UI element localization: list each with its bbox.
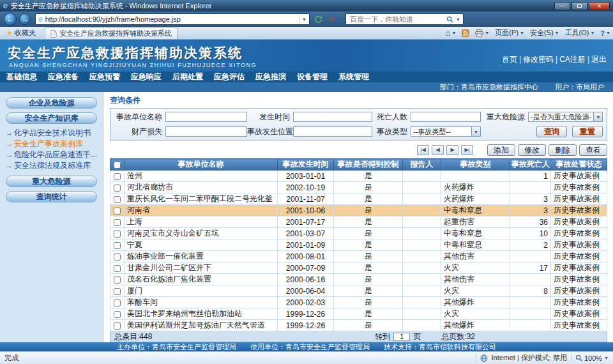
table-summary-bar: 总条目:448 转到 页 总页数:32 [110,331,607,342]
home-button[interactable]: ⌂▼ [446,29,457,37]
cell-category [441,171,510,182]
print-button[interactable]: ▼ [475,29,489,37]
location-input[interactable] [293,126,372,137]
reset-button[interactable]: 重置 [572,126,603,137]
menu-item[interactable]: 系统管理 [338,72,369,82]
header-link[interactable]: 首页 [502,54,517,65]
menu-item[interactable]: 应急评估 [214,72,245,82]
table-row[interactable]: 美国伊利诺斯州芝加哥炼油厂天然气管道 1999-12-26 是 其他爆炸 历史事… [110,320,607,331]
search-button[interactable]: 查询 [536,126,567,137]
pagination-next-button[interactable]: ▶ [446,145,458,155]
menu-item[interactable]: 设备管理 [297,72,328,82]
maximize-button[interactable] [571,2,587,10]
cell-category: 中毒和窒息 [441,239,510,251]
stop-button[interactable]: ✕ [326,13,338,25]
search-magnifier-icon[interactable] [446,16,453,23]
menu-item[interactable]: 应急预警 [89,72,120,82]
pagination-last-button[interactable]: ▶| [461,145,473,155]
minimize-button[interactable]: — [554,2,570,10]
menu-item[interactable]: 应急准备 [48,72,79,82]
header-link[interactable]: 修改密码 [517,54,554,65]
row-checkbox[interactable] [114,288,121,295]
row-checkbox[interactable] [114,219,121,226]
favorites-button[interactable]: ★ 收藏夹 [3,27,40,39]
zoom-control[interactable]: 100% ▼ [575,354,609,362]
pagination-prev-button[interactable]: ◀ [432,145,444,155]
table-row[interactable]: 茂名石化炼油厂焦化装置 2000-06-16 是 其他伤害 历史事故案例 [110,274,607,285]
edit-button[interactable]: 修改 [518,144,546,156]
close-button[interactable]: × [589,2,610,10]
address-dropdown-icon[interactable]: ▼ [299,15,306,24]
row-checkbox[interactable] [114,254,121,261]
row-checkbox[interactable] [114,265,121,272]
row-checkbox[interactable] [114,185,121,192]
accident-type-select[interactable]: --事故类型-- ▼ [411,126,481,137]
cell-unit-name: 茂名石化炼油厂焦化装置 [125,274,278,285]
table-row[interactable]: 上海 2001-07-17 是 起重伤害 36 历史事故案例 [110,216,607,228]
sidebar-button-query-stats[interactable]: 查询统计 [6,191,97,202]
row-checkbox[interactable] [114,311,121,318]
table-row[interactable]: 河北省廊坊市 2002-10-19 是 火药爆炸 历史事故案例 [110,182,607,193]
header-link[interactable]: 退出 [586,54,607,65]
search-input[interactable] [349,15,444,24]
table-row[interactable]: 河南省 2001-10-06 是 中毒和窒息 3 历史事故案例 [110,205,607,216]
refresh-button[interactable] [312,13,324,25]
table-row[interactable]: 宁夏 2001-01-09 是 中毒和窒息 2 历史事故案例 [110,239,607,251]
cell-deaths [510,320,551,331]
sidebar-link[interactable]: →危险化学品应急速查手... [6,149,97,160]
add-button[interactable]: 添加 [487,144,515,156]
search-dropdown-icon[interactable]: ▼ [456,17,460,22]
feeds-button[interactable] [462,29,469,37]
pagination-first-button[interactable]: |◀ [417,145,429,155]
command-page[interactable]: 页面(P)▼ [495,28,524,38]
row-checkbox[interactable] [114,208,121,215]
unit-name-input[interactable] [165,112,247,122]
row-checkbox[interactable] [114,196,121,203]
deaths-input[interactable] [411,112,481,122]
goto-page-input[interactable] [393,333,410,341]
sidebar-link[interactable]: →安全法律法规及标准库 [6,160,97,171]
table-row[interactable]: 重庆长风化一车间二苯甲酮工段二号光化釜 2001-11-07 是 火药爆炸 3 … [110,193,607,205]
sidebar-link[interactable]: →化学品安全技术说明书 [6,128,97,139]
command-tools[interactable]: 工具(O)▼ [565,28,595,38]
view-button[interactable]: 查看 [579,144,607,156]
menu-item[interactable]: 后期处置 [172,72,203,82]
table-row[interactable]: 苯酚车间 2000-02-03 是 其他爆炸 历史事故案例 [110,297,607,308]
menu-item[interactable]: 应急响应 [131,72,162,82]
row-checkbox[interactable] [114,300,121,307]
sidebar-button-knowledge-base[interactable]: 安全生产知识库 [6,112,97,124]
help-button[interactable]: ?▼ [600,29,610,37]
header-link[interactable]: CA注册 [554,54,586,65]
table-row[interactable]: 炼油事业部一催化装置 2000-08-01 是 其他伤害 历史事故案例 [110,251,607,262]
delete-button[interactable]: 删除 [549,144,577,156]
cell-date: 2000-02-03 [278,297,334,308]
row-checkbox[interactable] [114,242,121,249]
address-input[interactable] [45,15,296,23]
cell-reporter [403,182,441,193]
property-loss-input[interactable] [165,126,247,137]
row-checkbox[interactable] [114,322,121,330]
table-row[interactable]: 甘肃金川公司二矿区井下 2000-07-09 是 火灾 17 历史事故案例 [110,262,607,274]
cell-status: 历史事故案例 [551,239,607,251]
table-row[interactable]: 沧州 2003-01-01 是 1 历史事故案例 [110,171,607,182]
command-safety[interactable]: 安全(S)▼ [530,28,559,38]
row-checkbox[interactable] [114,277,121,284]
table-row[interactable]: 河南灵宝市义寺山金矿五坑 2001-03-07 是 中毒和窒息 10 历史事故案… [110,228,607,239]
forward-button[interactable]: → [19,13,31,25]
browser-tab[interactable]: 安全生产应急救援指挥辅助决策系统 [45,27,178,39]
select-all-checkbox[interactable] [114,162,121,169]
sidebar-button-major-hazard[interactable]: 重大危险源 [6,176,97,187]
row-checkbox[interactable] [114,173,121,180]
menu-item[interactable]: 应急推演 [255,72,286,82]
sidebar-button-enterprise-hazard[interactable]: 企业及危险源 [6,97,97,109]
row-checkbox[interactable] [114,231,121,238]
menu-item[interactable]: 基础信息 [6,72,37,82]
back-button[interactable]: ← [4,13,17,26]
cell-status: 历史事故案例 [551,182,607,193]
occur-time-input[interactable] [293,112,372,122]
cell-status: 历史事故案例 [551,297,607,308]
major-hazard-select[interactable]: -是否为重大危险源- ▼ [528,112,603,122]
table-row[interactable]: 美国北卡罗来纳州韦丝伯勒加油站 1999-12-26 是 火灾 历史事故案例 [110,308,607,320]
table-row[interactable]: 厦门 2000-06-04 是 火灾 8 历史事故案例 [110,285,607,297]
sidebar-link[interactable]: →安全生产事故案例库 [6,139,97,149]
